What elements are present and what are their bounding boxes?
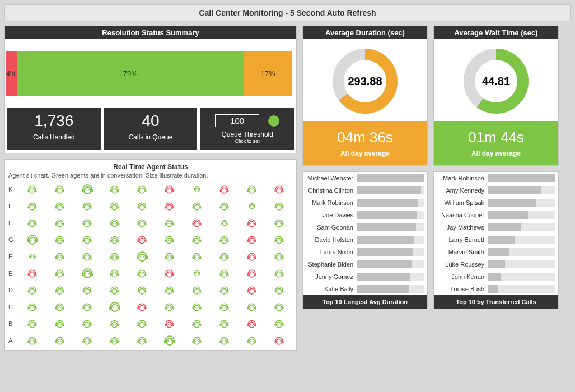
agent-cell[interactable] bbox=[238, 181, 265, 198]
agent-cell[interactable] bbox=[73, 198, 101, 214]
agent-cell[interactable] bbox=[128, 265, 156, 282]
agent-cell[interactable] bbox=[18, 332, 46, 349]
agent-cell[interactable] bbox=[46, 214, 73, 231]
agent-cell[interactable] bbox=[18, 214, 46, 231]
agent-cell[interactable] bbox=[156, 231, 183, 248]
agent-cell[interactable] bbox=[183, 315, 211, 332]
agent-cell[interactable] bbox=[128, 231, 156, 248]
agent-cell[interactable] bbox=[101, 265, 128, 282]
agent-cell[interactable] bbox=[183, 198, 211, 214]
agent-cell[interactable] bbox=[128, 315, 156, 332]
agent-cell[interactable] bbox=[156, 248, 183, 265]
agent-cell[interactable] bbox=[18, 298, 46, 315]
agent-cell[interactable] bbox=[211, 298, 238, 315]
agent-cell[interactable] bbox=[46, 265, 73, 282]
agent-cell[interactable] bbox=[183, 265, 211, 282]
agent-cell[interactable] bbox=[73, 248, 101, 265]
agent-cell[interactable] bbox=[128, 282, 156, 298]
agent-cell[interactable] bbox=[101, 282, 128, 298]
agent-cell[interactable] bbox=[238, 332, 265, 349]
agent-cell[interactable] bbox=[18, 248, 46, 265]
agent-cell[interactable] bbox=[211, 231, 238, 248]
queue-threshold-value[interactable]: 100 bbox=[215, 114, 259, 127]
agent-cell[interactable] bbox=[211, 198, 238, 214]
agent-cell[interactable] bbox=[156, 214, 183, 231]
agent-cell[interactable] bbox=[128, 332, 156, 349]
agent-cell[interactable] bbox=[73, 315, 101, 332]
agent-cell[interactable] bbox=[156, 265, 183, 282]
agent-cell[interactable] bbox=[156, 332, 183, 349]
agent-cell[interactable] bbox=[211, 214, 238, 231]
agent-cell[interactable] bbox=[211, 181, 238, 198]
agent-cell[interactable] bbox=[101, 332, 128, 349]
agent-cell[interactable] bbox=[156, 298, 183, 315]
agent-cell[interactable] bbox=[18, 231, 46, 248]
agent-cell[interactable] bbox=[211, 282, 238, 298]
agent-cell[interactable] bbox=[183, 332, 211, 349]
agent-cell[interactable] bbox=[101, 214, 128, 231]
agent-cell[interactable] bbox=[46, 298, 73, 315]
agent-cell[interactable] bbox=[265, 265, 293, 282]
agent-cell[interactable] bbox=[101, 198, 128, 214]
agent-cell[interactable] bbox=[265, 332, 293, 349]
agent-cell[interactable] bbox=[73, 332, 101, 349]
agent-cell[interactable] bbox=[73, 214, 101, 231]
agent-cell[interactable] bbox=[128, 214, 156, 231]
agent-cell[interactable] bbox=[101, 181, 128, 198]
agent-cell[interactable] bbox=[183, 231, 211, 248]
agent-cell[interactable] bbox=[265, 214, 293, 231]
agent-cell[interactable] bbox=[183, 282, 211, 298]
agent-cell[interactable] bbox=[156, 198, 183, 214]
agent-cell[interactable] bbox=[18, 282, 46, 298]
agent-cell[interactable] bbox=[46, 315, 73, 332]
agent-cell[interactable] bbox=[156, 315, 183, 332]
agent-cell[interactable] bbox=[46, 198, 73, 214]
agent-cell[interactable] bbox=[128, 198, 156, 214]
agent-cell[interactable] bbox=[238, 265, 265, 282]
agent-cell[interactable] bbox=[46, 282, 73, 298]
agent-cell[interactable] bbox=[73, 181, 101, 198]
agent-cell[interactable] bbox=[183, 214, 211, 231]
agent-cell[interactable] bbox=[238, 198, 265, 214]
agent-cell[interactable] bbox=[18, 198, 46, 214]
agent-cell[interactable] bbox=[73, 265, 101, 282]
agent-cell[interactable] bbox=[18, 265, 46, 282]
agent-cell[interactable] bbox=[265, 298, 293, 315]
agent-cell[interactable] bbox=[18, 315, 46, 332]
agent-cell[interactable] bbox=[265, 315, 293, 332]
agent-cell[interactable] bbox=[238, 248, 265, 265]
agent-cell[interactable] bbox=[46, 231, 73, 248]
agent-cell[interactable] bbox=[238, 282, 265, 298]
agent-cell[interactable] bbox=[238, 298, 265, 315]
agent-cell[interactable] bbox=[265, 198, 293, 214]
agent-cell[interactable] bbox=[211, 332, 238, 349]
agent-cell[interactable] bbox=[265, 248, 293, 265]
agent-cell[interactable] bbox=[265, 282, 293, 298]
agent-cell[interactable] bbox=[238, 315, 265, 332]
agent-cell[interactable] bbox=[211, 265, 238, 282]
agent-cell[interactable] bbox=[46, 332, 73, 349]
agent-cell[interactable] bbox=[101, 315, 128, 332]
agent-cell[interactable] bbox=[46, 181, 73, 198]
agent-cell[interactable] bbox=[238, 214, 265, 231]
agent-cell[interactable] bbox=[238, 231, 265, 248]
agent-cell[interactable] bbox=[156, 282, 183, 298]
agent-cell[interactable] bbox=[101, 298, 128, 315]
agent-cell[interactable] bbox=[73, 282, 101, 298]
agent-cell[interactable] bbox=[101, 231, 128, 248]
agent-cell[interactable] bbox=[101, 248, 128, 265]
agent-cell[interactable] bbox=[46, 248, 73, 265]
agent-cell[interactable] bbox=[211, 315, 238, 332]
queue-threshold-card[interactable]: 100 Queue Threshold Click to set bbox=[200, 108, 294, 150]
agent-cell[interactable] bbox=[18, 181, 46, 198]
agent-cell[interactable] bbox=[265, 231, 293, 248]
agent-cell[interactable] bbox=[73, 298, 101, 315]
agent-cell[interactable] bbox=[265, 181, 293, 198]
agent-cell[interactable] bbox=[128, 298, 156, 315]
agent-cell[interactable] bbox=[128, 248, 156, 265]
agent-cell[interactable] bbox=[211, 248, 238, 265]
agent-cell[interactable] bbox=[183, 298, 211, 315]
agent-cell[interactable] bbox=[183, 181, 211, 198]
agent-cell[interactable] bbox=[128, 181, 156, 198]
agent-cell[interactable] bbox=[183, 248, 211, 265]
